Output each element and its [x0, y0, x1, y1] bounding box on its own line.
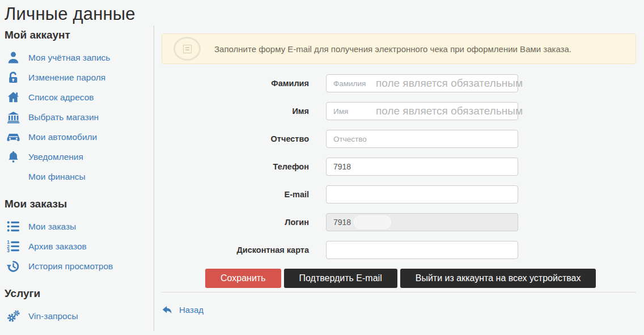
phone-label: Телефон	[162, 162, 309, 171]
patronymic-input[interactable]	[326, 130, 518, 148]
form-row: Отчество	[162, 130, 636, 148]
discount-card-label: Дисконтная карта	[162, 245, 309, 255]
sidebar-item-my-orders[interactable]: Мои заказы	[5, 217, 154, 236]
surname-label: Фамилия	[162, 79, 309, 88]
gears-icon	[5, 309, 22, 324]
sidebar-item-change-password[interactable]: Изменение пароля	[5, 67, 154, 87]
personal-data-form: Фамилия поле является обязательным Имя п…	[162, 74, 636, 288]
sidebar-item-view-history[interactable]: История просмотров	[5, 256, 154, 276]
sidebar: Мой аккаунт Моя учётная запись Изменение…	[0, 26, 154, 331]
personal-data-page: Личные данные Мой аккаунт Моя учётная за…	[0, 0, 644, 335]
car-icon	[5, 130, 22, 145]
firstname-label: Имя	[162, 107, 309, 116]
broken-image-icon	[173, 37, 201, 61]
sidebar-item-address-list[interactable]: Список адресов	[5, 87, 154, 107]
page-title: Личные данные	[0, 0, 644, 26]
sidebar-item-my-account[interactable]: Моя учётная запись	[5, 48, 154, 67]
bank-icon	[5, 110, 22, 125]
sidebar-item-my-finances[interactable]: Мои финансы	[5, 167, 154, 186]
content: Мой аккаунт Моя учётная запись Изменение…	[0, 26, 644, 331]
form-row: Дисконтная карта	[162, 241, 636, 259]
unlock-icon	[5, 70, 22, 85]
main-panel: Заполните форму E-mail для получения эле…	[154, 26, 644, 331]
svg-text:3: 3	[7, 248, 10, 253]
user-icon	[5, 50, 22, 65]
sidebar-section-services: Услуги	[5, 287, 154, 300]
surname-input[interactable]	[326, 74, 518, 92]
bell-icon	[5, 150, 22, 164]
email-label: E-mail	[162, 190, 309, 199]
sidebar-item-vin-requests[interactable]: Vin-запросы	[5, 306, 154, 326]
sidebar-section-my-orders: Мои заказы	[5, 198, 154, 210]
confirm-email-button[interactable]: Подтвердить E-mail	[284, 269, 397, 288]
form-buttons: Сохранить Подтвердить E-mail Выйти из ак…	[205, 269, 636, 288]
login-label: Логин	[162, 218, 309, 227]
masked-value-highlight	[354, 215, 391, 229]
logout-all-devices-button[interactable]: Выйти из аккаунта на всех устройствах	[400, 269, 596, 288]
firstname-input[interactable]	[326, 102, 518, 120]
sidebar-section-my-account: Мой аккаунт	[5, 29, 154, 41]
email-input[interactable]	[326, 185, 518, 203]
form-row: E-mail	[162, 185, 636, 203]
sidebar-item-notifications[interactable]: Уведомления	[5, 147, 154, 167]
list-ul-icon	[5, 219, 22, 234]
notice-text: Заполните форму E-mail для получения эле…	[214, 44, 571, 54]
notice-banner: Заполните форму E-mail для получения эле…	[162, 33, 636, 64]
no-icon	[5, 169, 22, 184]
patronymic-label: Отчество	[162, 134, 309, 143]
form-row: Логин	[162, 213, 636, 231]
sidebar-item-choose-store[interactable]: Выбрать магазин	[5, 107, 154, 127]
form-row: Фамилия поле является обязательным	[162, 74, 636, 92]
sidebar-item-order-archive[interactable]: 123 Архив заказов	[5, 236, 154, 256]
back-link[interactable]: Назад	[162, 304, 204, 316]
list-ol-icon: 123	[5, 239, 22, 254]
form-row: Имя поле является обязательным	[162, 102, 636, 120]
home-icon	[5, 90, 22, 105]
reply-arrow-icon	[162, 304, 173, 316]
phone-input[interactable]	[326, 158, 518, 176]
form-row: Телефон	[162, 158, 636, 176]
history-icon	[5, 259, 22, 274]
discount-card-input[interactable]	[326, 241, 518, 259]
back-label: Назад	[179, 305, 204, 315]
footer-divider	[162, 292, 636, 292]
sidebar-item-my-cars[interactable]: Мои автомобили	[5, 127, 154, 147]
save-button[interactable]: Сохранить	[205, 269, 281, 288]
